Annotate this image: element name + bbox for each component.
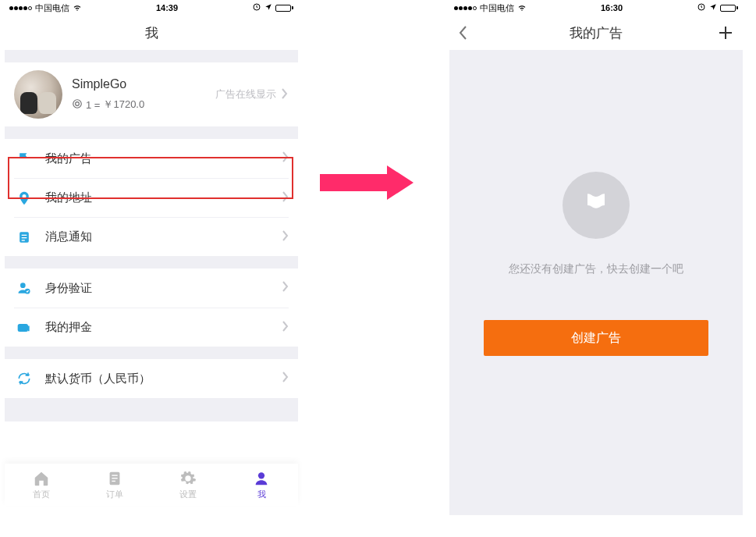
battery-icon: [720, 5, 738, 12]
tab-home[interactable]: 首页: [33, 470, 50, 500]
carrier-label: 中国电信: [480, 2, 514, 14]
location-arrow-icon: [709, 3, 717, 12]
svg-point-1: [73, 99, 82, 108]
pin-icon: [14, 190, 34, 206]
chevron-right-icon: [282, 151, 289, 165]
chevron-right-icon: [282, 191, 289, 205]
row-my-address[interactable]: 我的地址: [5, 178, 298, 217]
wifi-icon: [73, 2, 82, 13]
svg-point-2: [76, 101, 80, 105]
coin-icon: [72, 98, 83, 112]
row-my-ads[interactable]: 我的广告: [5, 139, 298, 178]
flow-arrow-icon: [320, 165, 421, 200]
avatar: [14, 70, 62, 119]
tab-label: 我: [257, 489, 266, 500]
svg-text:押: 押: [20, 325, 25, 330]
svg-point-15: [258, 472, 264, 478]
button-label: 创建广告: [571, 330, 621, 347]
svg-rect-12: [112, 475, 117, 475]
profile-right-text: 广告在线显示: [215, 87, 276, 101]
tab-label: 订单: [106, 489, 123, 500]
empty-state-text: 您还没有创建广告，快去创建一个吧: [509, 262, 683, 276]
tab-bar: 首页 订单 设置 我: [5, 464, 298, 506]
row-currency[interactable]: 默认货币（人民币）: [5, 359, 298, 398]
row-notifications[interactable]: 消息通知: [5, 217, 298, 256]
tab-label: 首页: [33, 489, 50, 500]
orientation-lock-icon: [252, 2, 261, 13]
list-group-2: 身份验证 押 我的押金: [5, 268, 298, 347]
svg-rect-4: [22, 234, 27, 235]
id-icon: [14, 280, 34, 296]
page-title-row: 我的广告: [449, 16, 743, 50]
row-deposit[interactable]: 押 我的押金: [5, 308, 298, 347]
status-bar: 中国电信 14:39: [5, 0, 298, 16]
deposit-icon: 押: [14, 320, 34, 336]
chevron-right-icon: [282, 281, 289, 295]
row-label: 我的押金: [45, 320, 282, 335]
carrier-label: 中国电信: [35, 2, 69, 14]
chevron-right-icon: [282, 321, 289, 335]
svg-rect-6: [22, 240, 25, 240]
create-ad-button[interactable]: 创建广告: [484, 320, 708, 356]
svg-rect-14: [112, 480, 115, 481]
add-button[interactable]: [718, 16, 733, 50]
orientation-lock-icon: [697, 2, 706, 13]
row-label: 默认货币（人民币）: [45, 372, 282, 386]
empty-flag-icon: [563, 172, 630, 239]
signal-dots-icon: [454, 6, 477, 10]
refresh-icon: [14, 371, 34, 386]
tab-settings[interactable]: 设置: [179, 470, 197, 500]
list-group-1: 我的广告 我的地址 消息通知: [5, 139, 298, 256]
svg-rect-13: [112, 478, 117, 478]
signal-dots-icon: [9, 6, 32, 10]
tab-me[interactable]: 我: [253, 470, 270, 500]
location-arrow-icon: [264, 3, 272, 12]
wifi-icon: [517, 2, 527, 13]
page-title: 我: [145, 24, 158, 42]
list-group-3: 默认货币（人民币）: [5, 359, 298, 398]
doc-icon: [14, 229, 34, 245]
chevron-right-icon: [282, 372, 289, 386]
left-screen: 中国电信 14:39 我 SimpleGo: [5, 0, 298, 515]
chevron-right-icon: [282, 230, 289, 244]
battery-icon: [275, 5, 293, 12]
tab-orders[interactable]: 订单: [106, 470, 123, 500]
chevron-right-icon: [281, 88, 289, 101]
page-title-row: 我: [5, 16, 298, 50]
status-time: 16:30: [601, 3, 623, 12]
right-screen: 中国电信 16:30 我的广告: [449, 0, 743, 515]
row-identity[interactable]: 身份验证: [5, 268, 298, 308]
row-label: 我的地址: [45, 190, 282, 205]
status-time: 14:39: [156, 3, 178, 12]
status-bar: 中国电信 16:30: [449, 0, 743, 16]
svg-point-7: [20, 283, 26, 288]
content-area: 您还没有创建广告，快去创建一个吧 创建广告: [449, 50, 743, 515]
svg-rect-5: [22, 237, 27, 238]
row-label: 身份验证: [45, 281, 282, 296]
profile-name: SimpleGo: [72, 77, 215, 91]
back-button[interactable]: [459, 16, 468, 50]
row-label: 我的广告: [45, 151, 282, 166]
profile-balance: 1 = ￥1720.0: [72, 98, 215, 112]
tab-label: 设置: [179, 489, 197, 500]
row-label: 消息通知: [45, 229, 282, 244]
page-title: 我的广告: [570, 24, 623, 42]
profile-row[interactable]: SimpleGo 1 = ￥1720.0 广告在线显示: [5, 62, 298, 126]
flag-icon: [14, 151, 34, 166]
